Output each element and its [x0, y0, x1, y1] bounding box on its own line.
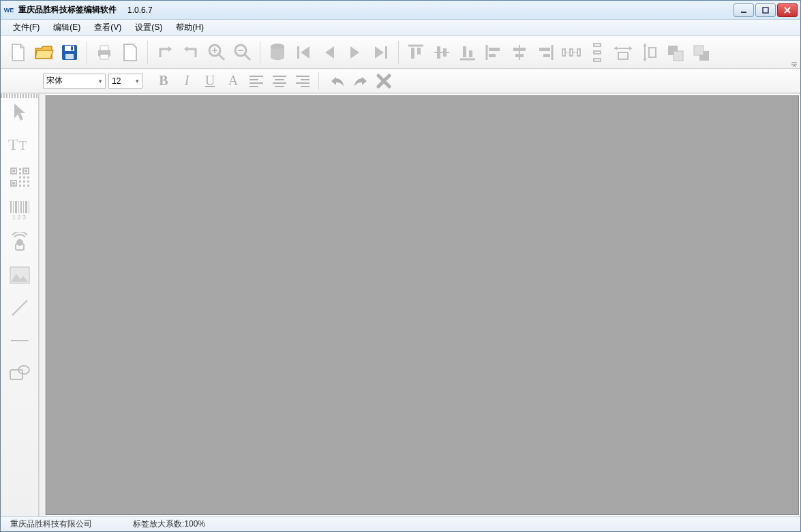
- svg-rect-10: [100, 54, 108, 59]
- zoom-in-button[interactable]: [204, 40, 230, 65]
- rotate-right-button[interactable]: [178, 40, 204, 65]
- hline-tool[interactable]: [6, 327, 33, 354]
- app-title: 重庆品胜科技标签编辑软件: [18, 4, 117, 16]
- align-hcenter-button[interactable]: [507, 40, 532, 65]
- bring-front-button[interactable]: [662, 40, 688, 65]
- svg-rect-76: [19, 172, 21, 174]
- svg-rect-89: [18, 201, 19, 213]
- barcode-tool[interactable]: 1 2 3: [6, 196, 33, 223]
- svg-rect-92: [25, 201, 27, 213]
- status-bar: 重庆品胜科技有限公司 标签放大系数:100%: [1, 516, 800, 531]
- zoom-out-button[interactable]: [230, 40, 256, 65]
- minimize-button[interactable]: [734, 3, 754, 17]
- svg-rect-75: [19, 168, 21, 170]
- main-toolbar: [1, 36, 800, 69]
- svg-rect-78: [23, 176, 25, 178]
- text-align-left-button[interactable]: [246, 71, 267, 91]
- line-tool[interactable]: [6, 294, 33, 322]
- svg-rect-88: [15, 201, 17, 213]
- svg-rect-72: [25, 170, 27, 172]
- maximize-button[interactable]: [755, 3, 776, 17]
- delete-button[interactable]: [374, 71, 394, 91]
- status-company: 重庆品胜科技有限公司: [10, 518, 92, 530]
- underline-button[interactable]: U: [200, 71, 220, 91]
- svg-rect-87: [13, 201, 14, 213]
- text-tool[interactable]: TT: [6, 131, 33, 158]
- svg-rect-22: [411, 48, 414, 59]
- svg-rect-28: [463, 46, 466, 57]
- tool-dock: TT 1 2 3: [1, 94, 39, 516]
- svg-rect-91: [23, 201, 24, 213]
- svg-rect-100: [10, 370, 22, 379]
- italic-button[interactable]: I: [177, 71, 197, 91]
- qrcode-tool[interactable]: [6, 163, 33, 191]
- font-color-button[interactable]: A: [223, 71, 243, 91]
- svg-rect-44: [594, 44, 601, 46]
- close-button[interactable]: [777, 3, 798, 17]
- new-file-button[interactable]: [5, 40, 31, 65]
- redo-button[interactable]: [350, 71, 371, 91]
- font-size-combo[interactable]: 12 ▾: [108, 74, 142, 89]
- svg-rect-23: [417, 48, 421, 54]
- svg-rect-35: [515, 54, 524, 57]
- pointer-tool[interactable]: [6, 98, 33, 125]
- svg-rect-31: [489, 48, 500, 51]
- svg-rect-48: [618, 52, 628, 59]
- font-name-combo[interactable]: 宋体 ▾: [43, 74, 106, 89]
- svg-line-16: [245, 54, 250, 60]
- svg-rect-40: [570, 49, 573, 56]
- svg-rect-52: [674, 51, 683, 61]
- text-align-center-button[interactable]: [269, 71, 290, 91]
- database-button[interactable]: [265, 40, 290, 65]
- svg-rect-32: [489, 54, 496, 57]
- rfid-tool[interactable]: [6, 229, 33, 256]
- svg-line-12: [219, 54, 224, 60]
- svg-rect-77: [19, 176, 21, 178]
- page-button[interactable]: [117, 40, 143, 65]
- prev-record-button[interactable]: [316, 40, 342, 65]
- next-record-button[interactable]: [342, 40, 368, 65]
- svg-rect-93: [29, 201, 29, 213]
- svg-rect-26: [443, 48, 447, 57]
- status-zoom: 标签放大系数:100%: [133, 518, 205, 530]
- save-button[interactable]: [57, 40, 82, 65]
- menu-file[interactable]: 文件(F): [6, 20, 46, 35]
- toolbar-overflow-icon[interactable]: [791, 60, 798, 67]
- work-area: TT 1 2 3: [1, 93, 800, 516]
- same-height-button[interactable]: [636, 40, 662, 65]
- send-back-button[interactable]: [688, 40, 714, 65]
- app-version: 1.0.6.7: [127, 5, 153, 15]
- rotate-left-button[interactable]: [152, 40, 178, 65]
- app-icon: WE: [3, 5, 14, 16]
- first-record-button[interactable]: [290, 40, 316, 65]
- menu-help[interactable]: 帮助(H): [169, 20, 211, 35]
- menu-settings[interactable]: 设置(S): [128, 20, 169, 35]
- svg-rect-29: [469, 50, 472, 57]
- svg-rect-86: [10, 201, 12, 213]
- svg-rect-80: [19, 181, 21, 183]
- image-tool[interactable]: [6, 262, 33, 289]
- vertical-scroll-track[interactable]: [39, 94, 46, 516]
- svg-rect-41: [577, 49, 580, 56]
- svg-rect-84: [23, 185, 25, 187]
- same-width-button[interactable]: [610, 40, 636, 65]
- align-left-button[interactable]: [481, 40, 507, 65]
- menu-view[interactable]: 查看(V): [87, 20, 128, 35]
- distribute-v-button[interactable]: [584, 40, 610, 65]
- undo-button[interactable]: [327, 71, 348, 91]
- bold-button[interactable]: B: [153, 71, 174, 91]
- align-bottom-button[interactable]: [455, 40, 481, 65]
- design-canvas[interactable]: [46, 95, 799, 515]
- svg-rect-7: [71, 46, 73, 50]
- align-right-button[interactable]: [532, 40, 558, 65]
- align-vcenter-button[interactable]: [429, 40, 455, 65]
- align-top-button[interactable]: [403, 40, 429, 65]
- last-record-button[interactable]: [368, 40, 394, 65]
- shape-tool[interactable]: [6, 360, 33, 387]
- chevron-down-icon: ▾: [99, 78, 102, 84]
- menu-edit[interactable]: 编辑(E): [46, 20, 87, 35]
- text-align-right-button[interactable]: [292, 71, 313, 91]
- open-file-button[interactable]: [31, 40, 57, 65]
- distribute-h-button[interactable]: [558, 40, 584, 65]
- print-button[interactable]: [91, 40, 117, 65]
